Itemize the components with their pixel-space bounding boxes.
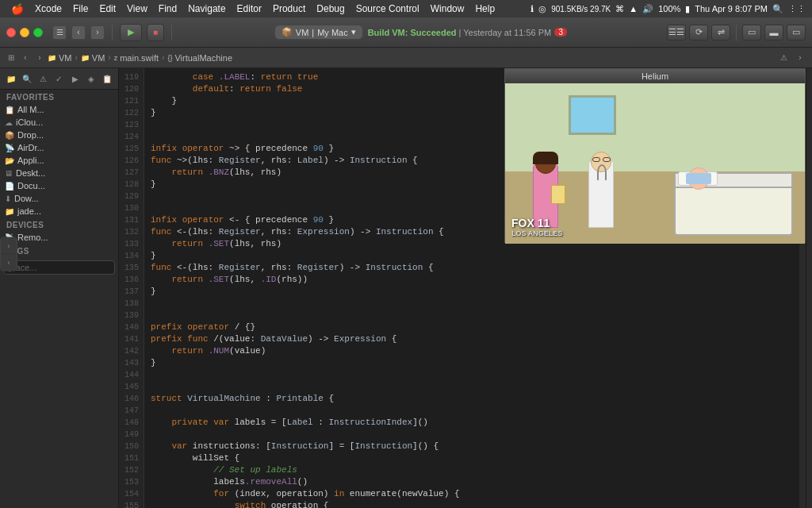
dropbox-icon: 📦 <box>5 131 14 140</box>
breadcrumb-grid-button[interactable]: ⊞ <box>5 52 17 64</box>
breadcrumb-back[interactable]: ‹ <box>19 52 32 64</box>
sidebar-label-jade: jade... <box>17 206 41 216</box>
breadcrumb-item-1[interactable]: 📁 VM <box>81 53 105 63</box>
view-toggle-left[interactable]: ☰☰ <box>667 25 686 40</box>
menu-view[interactable]: View <box>122 2 152 16</box>
sidebar-tab-search[interactable]: 🔍 <box>19 71 34 87</box>
tags-label: Tags <box>0 244 118 257</box>
control-strip[interactable]: ⋮⋮ <box>788 4 806 14</box>
sidebar-item-applications[interactable]: 📂 Appli... <box>0 154 118 167</box>
menu-source-control[interactable]: Source Control <box>351 2 424 16</box>
menu-navigate[interactable]: Navigate <box>183 2 230 16</box>
sidebar-item-desktop[interactable]: 🖥 Deskt... <box>0 167 118 179</box>
chevron-down-icon: ▾ <box>351 27 356 37</box>
sidebar-tab-tests[interactable]: ✓ <box>52 71 67 87</box>
line-number: 122 <box>119 107 144 119</box>
sidebar-tab-issues[interactable]: ⚠ <box>36 71 51 87</box>
code-line <box>151 429 799 441</box>
sidebar-item-icloud[interactable]: ☁ iClou... <box>0 116 118 129</box>
favorites-label: Favorites <box>0 90 118 103</box>
sidebar-label-dropbox: Drop... <box>17 130 44 140</box>
separator2 <box>171 25 172 40</box>
maximize-button[interactable] <box>33 28 43 37</box>
line-number: 131 <box>119 214 144 226</box>
run-button[interactable]: ▶ <box>120 24 142 41</box>
sidebar: 📁 🔍 ⚠ ✓ ▶ ◈ 📋 Favorites 📋 All M... ☁ iCl… <box>0 68 119 508</box>
panel-toggle-top[interactable]: › <box>1 238 17 254</box>
menu-find[interactable]: Find <box>154 2 182 16</box>
info-icon[interactable]: ℹ <box>530 4 534 14</box>
assistant-editor-button[interactable]: ⟳ <box>689 25 708 40</box>
sidebar-item-jade[interactable]: 📁 jade... <box>0 205 118 217</box>
menu-debug[interactable]: Debug <box>312 2 349 16</box>
back-button[interactable]: ‹ <box>71 25 86 40</box>
line-number: 140 <box>119 321 144 333</box>
breadcrumb-label-0: VM <box>59 53 72 63</box>
sidebar-label-remote: Remo... <box>17 233 48 242</box>
sidebar-item-airdrop[interactable]: 📡 AirDr... <box>0 141 118 154</box>
code-line <box>151 310 799 321</box>
line-number: 151 <box>119 452 144 464</box>
sidebar-label-documents: Docu... <box>17 181 45 190</box>
xcode-window: ☰ ‹ › ▶ ■ 📦 VM | My Mac ▾ Build VM: Succ… <box>0 17 812 508</box>
code-line: return .SET(lhs, .ID(rhs)) <box>151 274 799 286</box>
breadcrumb-item-2[interactable]: z main.swift <box>114 53 159 63</box>
line-number: 134 <box>119 250 144 262</box>
line-number: 133 <box>119 238 144 250</box>
menu-editor[interactable]: Editor <box>232 2 266 16</box>
line-number: 138 <box>119 298 144 310</box>
sidebar-item-downloads[interactable]: ⬇ Dow... <box>0 192 118 205</box>
panel-toggle-bottom[interactable]: ‹ <box>1 255 17 271</box>
documents-icon: 📄 <box>5 182 14 190</box>
line-number: 132 <box>119 226 144 238</box>
sidebar-tab-files[interactable]: 📁 <box>3 71 18 87</box>
sidebar-label-all: All M... <box>17 105 44 114</box>
menu-file[interactable]: File <box>68 2 93 16</box>
close-button[interactable] <box>6 28 16 37</box>
minimize-button[interactable] <box>20 28 29 37</box>
location-icon[interactable]: ◎ <box>538 4 546 14</box>
hide-left-panel[interactable]: ▭ <box>742 25 761 40</box>
breadcrumb-alert-icon[interactable]: ⚠ <box>776 51 791 65</box>
forward-button[interactable]: › <box>90 25 105 40</box>
line-number: 149 <box>119 429 144 441</box>
battery-icon: ▮ <box>685 4 690 14</box>
menu-xcode[interactable]: Xcode <box>30 2 67 16</box>
sidebar-search-input[interactable] <box>3 260 115 275</box>
breadcrumb-item-3[interactable]: {} VirtualMachine <box>167 53 232 63</box>
error-badge[interactable]: 3 <box>554 28 567 37</box>
breadcrumb-forward[interactable]: › <box>33 52 46 64</box>
hide-bottom-panel[interactable]: ▬ <box>764 25 783 40</box>
fox-logo: FOX 11 LOS ANGELES <box>511 217 562 237</box>
media-content[interactable]: FOX 11 LOS ANGELES <box>505 83 805 244</box>
menu-product[interactable]: Product <box>268 2 310 16</box>
code-line <box>151 405 799 417</box>
menu-edit[interactable]: Edit <box>94 2 121 16</box>
sidebar-toggle-button[interactable]: ☰ <box>52 25 67 40</box>
apple-menu[interactable]: 🍎 <box>6 3 29 15</box>
code-line: // Set up labels <box>151 464 799 476</box>
menu-window[interactable]: Window <box>426 2 469 16</box>
scheme-selector[interactable]: 📦 VM | My Mac ▾ <box>274 25 363 40</box>
build-status-text: Build VM: Succeeded | Yesterday at 11:56… <box>368 28 552 37</box>
struct-icon: {} <box>167 54 172 62</box>
sidebar-item-remote[interactable]: 📡 Remo... <box>0 231 118 244</box>
sidebar-tab-breakpoints[interactable]: ◈ <box>83 71 98 87</box>
sidebar-item-all[interactable]: 📋 All M... <box>0 103 118 116</box>
sidebar-item-dropbox[interactable]: 📦 Drop... <box>0 129 118 141</box>
search-icon[interactable]: 🔍 <box>772 4 783 14</box>
code-line: switch operation { <box>151 500 799 508</box>
line-number: 139 <box>119 310 144 321</box>
breadcrumb-item-0[interactable]: 📁 VM <box>48 53 72 63</box>
datetime: Thu Apr 9 8:07 PM <box>695 4 768 13</box>
hide-right-panel[interactable]: ▭ <box>787 25 806 40</box>
breadcrumb-chevron-right[interactable]: › <box>793 51 807 65</box>
stop-button[interactable]: ■ <box>147 24 164 41</box>
sidebar-tab-report[interactable]: 📋 <box>100 71 115 87</box>
sidebar-tab-debug[interactable]: ▶ <box>67 71 82 87</box>
menu-help[interactable]: Help <box>470 2 500 16</box>
line-number: 142 <box>119 345 144 357</box>
sidebar-item-documents[interactable]: 📄 Docu... <box>0 179 118 192</box>
bluetooth-icon: ⌘ <box>615 4 624 14</box>
version-editor-button[interactable]: ⇌ <box>711 25 730 40</box>
